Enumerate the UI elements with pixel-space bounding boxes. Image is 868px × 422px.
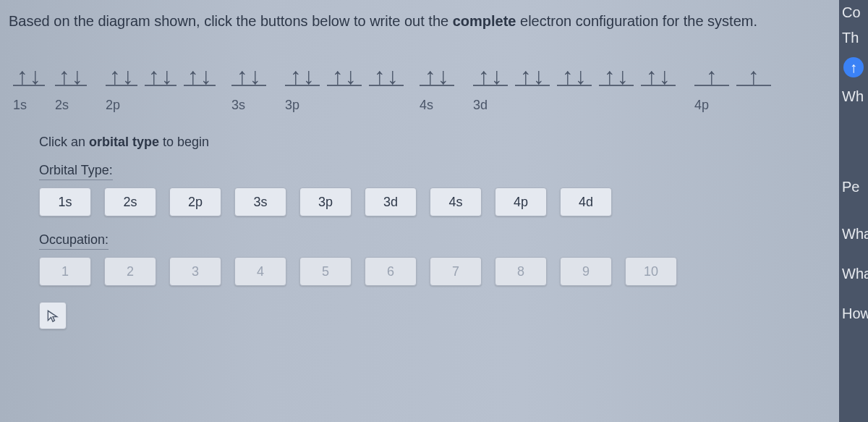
orbital-btn-3s[interactable]: 3s [234,187,286,216]
orbital-label-3p: 3p [285,93,420,113]
panel-title-post: to begin [159,135,209,149]
spin-up-icon: ↑ [646,64,658,88]
arrow-up-icon: ↑ [843,57,864,77]
spin-up-icon: ↑ [520,64,532,88]
orbital-label-1s: 1s [13,93,55,113]
rail-item[interactable]: Co [839,0,868,25]
input-panel: Click an orbital type to begin Orbital T… [39,135,825,329]
orbital-label-3s: 3s [231,93,285,113]
orbital-line: ↑↓ [420,50,454,86]
instruction-post: electron configuration for the system. [516,13,758,29]
spin-down-icon: ↓ [575,64,587,88]
occupation-btn-4[interactable]: 4 [234,257,286,286]
spin-up-icon: ↑ [109,64,121,88]
occupation-btn-6[interactable]: 6 [365,257,417,286]
spin-up-icon: ↑ [748,64,760,88]
spin-down-icon: ↓ [303,64,315,88]
orbital-line: ↑ [736,50,771,86]
orbital-btn-4s[interactable]: 4s [430,187,482,216]
instruction-pre: Based on the diagram shown, click the bu… [9,13,453,29]
spin-up-icon: ↑ [59,64,70,88]
occupation-btn-7[interactable]: 7 [430,257,482,286]
orbital-line: ↑↓ [145,50,176,86]
orbital-line: ↑↓ [184,50,216,86]
occupation-buttons: 12345678910 [39,257,825,286]
spin-up-icon: ↑ [237,64,248,88]
spin-up-icon: ↑ [478,64,490,88]
spin-up-icon: ↑ [374,64,386,88]
rail-item[interactable]: Th [839,25,868,51]
orbital-line: ↑ [694,50,729,86]
spin-down-icon: ↓ [491,64,503,88]
orbital-line: ↑↓ [13,50,45,86]
orbital-btn-3p[interactable]: 3p [299,187,352,216]
orbital-diagram: ↑↓↑↓↑↓↑↓↑↓↑↓↑↓↑↓↑↓↑↓↑↓↑↓↑↓↑↓↑↓↑↑ [6,50,825,86]
orbital-btn-1s[interactable]: 1s [39,187,91,216]
spin-down-icon: ↓ [72,64,83,88]
spin-down-icon: ↓ [659,64,671,88]
orbital-btn-4p[interactable]: 4p [495,187,547,216]
orbital-label-2p: 2p [106,93,231,113]
occupation-btn-8[interactable]: 8 [495,257,547,286]
panel-title: Click an orbital type to begin [39,135,825,150]
main-area: Based on the diagram shown, click the bu… [0,0,839,422]
spin-up-icon: ↑ [425,64,436,88]
orbital-label-2s: 2s [55,93,106,113]
orbital-line: ↑↓ [327,50,362,86]
orbital-line: ↑↓ [641,50,676,86]
occupation-btn-1[interactable]: 1 [39,257,91,286]
orbital-line: ↑↓ [231,50,266,86]
spin-up-icon: ↑ [290,64,302,88]
spin-up-icon: ↑ [148,64,160,88]
spin-up-icon: ↑ [706,64,718,88]
orbital-label-3d: 3d [473,93,694,113]
spin-down-icon: ↓ [250,64,261,88]
orbital-line: ↑↓ [285,50,320,86]
orbital-line: ↑↓ [55,50,87,86]
orbital-btn-4d[interactable]: 4d [560,187,612,216]
orbital-labels: 1s2s2p3s3p4s3d4p [6,93,825,113]
panel-title-pre: Click an [39,135,89,149]
occupation-label: Occupation: [39,232,109,250]
rail-item[interactable]: Pe [839,174,868,200]
rail-item[interactable]: Wha [839,221,868,247]
spin-up-icon: ↑ [17,64,28,88]
orbital-label-4s: 4s [420,93,473,113]
right-sidebar: Co Th ↑ Wh Pe Wha Wha How [839,0,868,422]
orbital-line: ↑↓ [515,50,550,86]
orbital-btn-2s[interactable]: 2s [104,187,156,216]
instruction-text: Based on the diagram shown, click the bu… [6,13,825,30]
orbital-line: ↑↓ [369,50,404,86]
spin-up-icon: ↑ [187,64,199,88]
orbital-type-buttons: 1s2s2p3s3p3d4s4p4d [39,187,825,216]
spin-down-icon: ↓ [30,64,41,88]
cursor-icon [46,308,60,323]
instruction-bold: complete [453,13,516,29]
spin-down-icon: ↓ [161,64,173,88]
spin-down-icon: ↓ [200,64,212,88]
orbital-label-4p: 4p [694,93,771,113]
reset-button[interactable] [39,302,67,329]
orbital-btn-3d[interactable]: 3d [365,187,417,216]
occupation-btn-5[interactable]: 5 [299,257,352,286]
panel-title-bold: orbital type [89,135,159,149]
rail-item[interactable]: Wh [839,84,868,109]
orbital-btn-2p[interactable]: 2p [169,187,221,216]
occupation-btn-9[interactable]: 9 [560,257,612,286]
spin-down-icon: ↓ [533,64,545,88]
occupation-btn-2[interactable]: 2 [104,257,156,286]
spin-up-icon: ↑ [604,64,616,88]
rail-item[interactable]: How [839,301,868,326]
orbital-type-label: Orbital Type: [39,163,113,180]
spin-down-icon: ↓ [387,64,399,88]
orbital-line: ↑↓ [557,50,592,86]
rail-up-icon[interactable]: ↑ [839,51,868,84]
orbital-line: ↑↓ [473,50,508,86]
spin-down-icon: ↓ [438,64,449,88]
occupation-btn-3[interactable]: 3 [169,257,221,286]
spin-down-icon: ↓ [122,64,134,88]
orbital-line: ↑↓ [106,50,137,86]
occupation-btn-10[interactable]: 10 [625,257,677,286]
rail-item[interactable]: Wha [839,261,868,287]
spin-up-icon: ↑ [562,64,574,88]
